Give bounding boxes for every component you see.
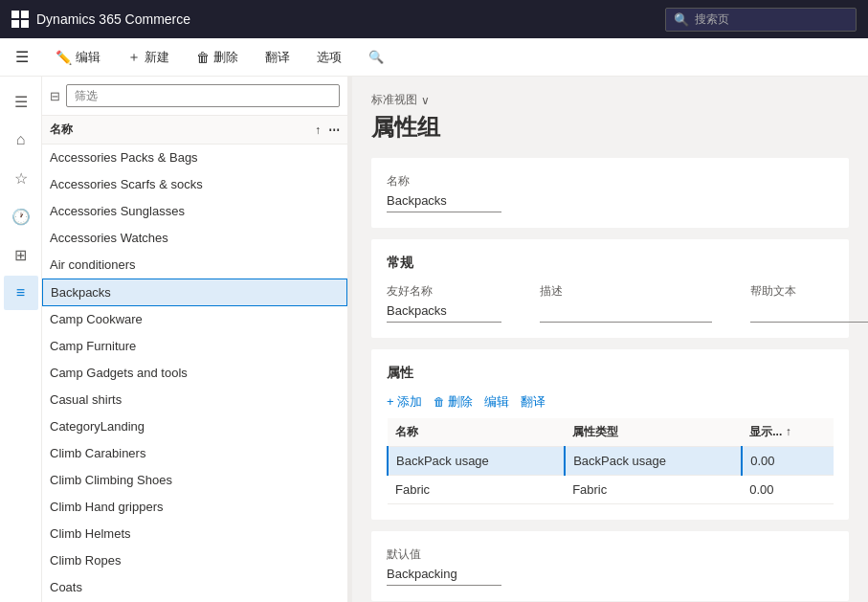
delete-icon: 🗑	[196, 50, 210, 65]
main-layout: ☰ ⌂ ☆ 🕐 ⊞ ≡ ⊟ 名称 ↑ ⋯ Accessories Packs &…	[0, 77, 868, 602]
filter-bar: ⊟	[42, 77, 347, 116]
list-panel: ⊟ 名称 ↑ ⋯ Accessories Packs & Bags Access…	[42, 77, 348, 602]
table-row[interactable]: BackPack usage BackPack usage 0.00	[388, 447, 834, 476]
delete-icon: 🗑	[434, 395, 445, 409]
attr-type-cell: BackPack usage	[565, 447, 742, 476]
toolbar: ☰ ✏️ 编辑 ＋ 新建 🗑 删除 翻译 选项 🔍	[0, 38, 868, 77]
view-label: 标准视图	[371, 92, 417, 108]
view-selector[interactable]: 标准视图 ∨	[371, 92, 849, 108]
friendly-name-group: 友好名称 Backpacks	[387, 283, 501, 323]
attr-display-cell: 0.00	[742, 447, 834, 476]
friendly-name-label: 友好名称	[387, 283, 501, 300]
attributes-title: 属性	[387, 365, 834, 382]
list-side-icon[interactable]: ≡	[4, 276, 38, 310]
home-side-icon[interactable]: ⌂	[4, 123, 38, 157]
attributes-table: 名称 属性类型 显示... ↑ BackPack usage	[387, 418, 834, 504]
help-text-label: 帮助文本	[750, 283, 868, 300]
attr-display-cell: 0.00	[742, 476, 834, 504]
search-input[interactable]	[695, 12, 848, 26]
list-item[interactable]: Accessories Packs & Bags	[42, 145, 347, 171]
general-fields: 友好名称 Backpacks 描述 帮助文本	[387, 283, 834, 323]
name-label: 名称	[387, 173, 834, 190]
help-text-value	[750, 303, 868, 323]
list-item[interactable]: Climb Carabiners	[42, 440, 347, 467]
list-item[interactable]: Climb Ropes	[42, 547, 347, 574]
translate-button[interactable]: 翻译	[259, 45, 296, 70]
list-item[interactable]: Camp Gadgets and tools	[42, 360, 347, 387]
attributes-section: 属性 + 添加 🗑 删除 编辑 翻译	[371, 349, 849, 520]
chevron-down-icon: ∨	[421, 94, 430, 107]
side-nav: ☰ ⌂ ☆ 🕐 ⊞ ≡	[0, 77, 42, 602]
add-icon: + 添加	[387, 393, 422, 411]
list-header-name: 名称	[50, 122, 315, 138]
general-section: 常规 友好名称 Backpacks 描述 帮助文本	[371, 239, 849, 338]
col-display-header: 显示... ↑	[742, 418, 834, 447]
name-value: Backpacks	[387, 193, 501, 212]
list-header: 名称 ↑ ⋯	[42, 116, 347, 145]
detail-panel: 标准视图 ∨ 属性组 名称 Backpacks 常规 友好名称 Backpack…	[352, 77, 868, 602]
list-items: Accessories Packs & Bags Accessories Sca…	[42, 145, 347, 602]
list-item[interactable]: Accessories Sunglasses	[42, 198, 347, 225]
list-item[interactable]: Air conditioners	[42, 252, 347, 279]
col-name-header: 名称	[388, 418, 565, 447]
delete-attribute-button[interactable]: 🗑 删除	[434, 393, 473, 411]
sort-asc-icon: ↑	[786, 425, 791, 438]
star-side-icon[interactable]: ☆	[4, 161, 38, 195]
list-item[interactable]: Accessories Watches	[42, 225, 347, 252]
list-item[interactable]: Climb Helmets	[42, 521, 347, 547]
app-logo-icon	[11, 11, 29, 28]
search-icon: 🔍	[674, 12, 689, 27]
list-item[interactable]: Coats	[42, 574, 347, 601]
list-item[interactable]: Camp Cookware	[42, 306, 347, 333]
edit-icon: ✏️	[56, 50, 72, 65]
attr-name-cell: Fabric	[388, 476, 565, 504]
edit-attribute-button[interactable]: 编辑	[484, 393, 509, 411]
attr-type-cell: Fabric	[565, 476, 742, 504]
attr-name-cell: BackPack usage	[388, 447, 565, 476]
page-title: 属性组	[371, 112, 849, 143]
hamburger-side-icon[interactable]: ☰	[4, 84, 38, 119]
attr-table-header: 名称 属性类型 显示... ↑	[388, 418, 834, 447]
help-text-group: 帮助文本	[750, 283, 868, 323]
app-title: Dynamics 365 Commerce	[36, 11, 190, 27]
new-button[interactable]: ＋ 新建	[122, 45, 175, 70]
list-item[interactable]: Casual shirts	[42, 387, 347, 413]
default-label: 默认值	[387, 546, 834, 563]
filter-icon: ⊟	[50, 89, 60, 103]
edit-button[interactable]: ✏️ 编辑	[50, 45, 106, 70]
hamburger-toolbar-icon[interactable]: ☰	[10, 44, 34, 70]
list-item-selected[interactable]: Backpacks	[42, 279, 347, 306]
clock-side-icon[interactable]: 🕐	[4, 199, 38, 234]
table-row[interactable]: Fabric Fabric 0.00	[388, 476, 834, 504]
sort-icon: ↑	[315, 123, 321, 137]
list-item[interactable]: Camp Furniture	[42, 333, 347, 360]
general-title: 常规	[387, 255, 834, 272]
list-item[interactable]: Climb Hand grippers	[42, 494, 347, 521]
delete-button[interactable]: 🗑 删除	[190, 45, 244, 70]
app-logo: Dynamics 365 Commerce	[11, 11, 190, 28]
list-item[interactable]: Climb Climbing Shoes	[42, 467, 347, 494]
filter-input[interactable]	[66, 84, 340, 107]
attr-toolbar: + 添加 🗑 删除 编辑 翻译	[387, 393, 834, 411]
default-section: 默认值 Backpacking	[371, 531, 849, 601]
more-icon[interactable]: ⋯	[328, 123, 340, 137]
default-value: Backpacking	[387, 567, 501, 586]
translate-attribute-button[interactable]: 翻译	[521, 393, 545, 411]
search-toolbar-button[interactable]: 🔍	[363, 46, 389, 68]
description-value	[540, 303, 712, 323]
top-bar: Dynamics 365 Commerce 🔍	[0, 0, 868, 38]
name-section: 名称 Backpacks	[371, 158, 849, 228]
list-item[interactable]: CategoryLanding	[42, 413, 347, 440]
options-button[interactable]: 选项	[311, 45, 347, 70]
list-item[interactable]: Accessories Scarfs & socks	[42, 171, 347, 198]
friendly-name-value: Backpacks	[387, 303, 501, 323]
global-search[interactable]: 🔍	[665, 8, 857, 32]
grid-side-icon[interactable]: ⊞	[4, 237, 38, 272]
add-attribute-button[interactable]: + 添加	[387, 393, 422, 411]
description-label: 描述	[540, 283, 712, 300]
col-type-header: 属性类型	[565, 418, 742, 447]
description-group: 描述	[540, 283, 712, 323]
add-icon: ＋	[127, 49, 141, 66]
